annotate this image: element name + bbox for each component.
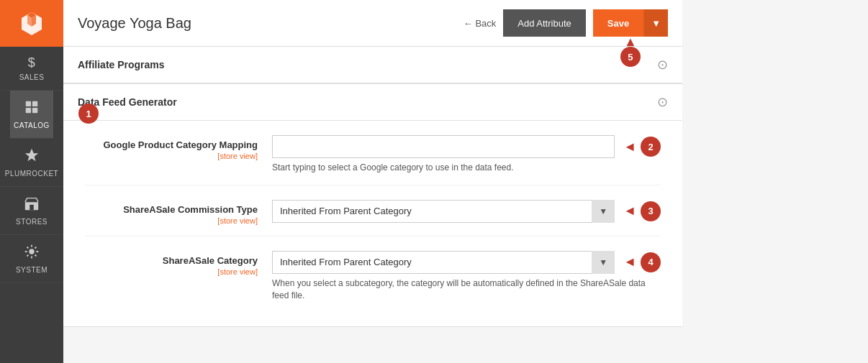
shareasale-commission-type-select[interactable]: Inherited From Parent Category <box>272 200 615 223</box>
shareasale-category-row: ShareASale Category [store view] Inherit… <box>85 251 661 313</box>
sidebar-item-plumrocket-label: PLUMROCKET <box>5 170 58 178</box>
svg-point-7 <box>29 249 34 254</box>
add-attribute-button[interactable]: Add Attribute <box>503 9 585 37</box>
google-product-category-hint: Start typing to select a Google category… <box>272 162 661 174</box>
arrow-4-icon: ◄ <box>623 254 636 270</box>
affiliate-programs-header[interactable]: Affiliate Programs ⊙ <box>63 47 682 83</box>
annotation-2: 2 <box>641 137 661 157</box>
annotation-2-group: ◄ 2 <box>623 137 661 157</box>
shareasale-category-label-group: ShareASale Category [store view] <box>85 251 272 276</box>
svg-rect-6 <box>30 205 34 210</box>
svg-marker-4 <box>25 149 38 161</box>
system-icon <box>24 244 40 263</box>
affiliate-programs-toggle[interactable]: ⊙ <box>657 57 668 73</box>
annotation-3: 3 <box>641 201 661 221</box>
content-area: Affiliate Programs ⊙ Data Feed Generator… <box>63 47 682 363</box>
google-product-category-control: ◄ 2 Start typing to select a Google cate… <box>272 135 661 174</box>
page-title: Voyage Yoga Bag <box>78 15 464 32</box>
google-product-category-row: Google Product Category Mapping [store v… <box>85 135 661 185</box>
sidebar-item-system-label: SYSTEM <box>16 266 48 274</box>
sidebar: $ SALES CATALOG 1 ◄ <box>0 0 63 363</box>
plumrocket-icon <box>24 147 40 167</box>
google-product-category-input[interactable] <box>272 135 615 158</box>
data-feed-generator-toggle[interactable]: ⊙ <box>657 94 668 110</box>
shareasale-commission-type-field-wrapper: Inherited From Parent Category ▼ ◄ 3 <box>272 200 661 223</box>
svg-rect-3 <box>32 108 37 113</box>
shareasale-category-control: Inherited From Parent Category ▼ ◄ 4 <box>272 251 661 302</box>
sidebar-item-catalog[interactable]: CATALOG <box>10 91 53 139</box>
save-dropdown-button[interactable]: ▼ <box>643 9 668 37</box>
shareasale-commission-type-select-wrapper: Inherited From Parent Category ▼ <box>272 200 615 223</box>
logo[interactable] <box>0 0 63 47</box>
save-button-group: Save ▼ 5 ▲ <box>593 9 668 37</box>
annotation-1: 1 <box>78 104 99 124</box>
svg-rect-0 <box>26 101 31 106</box>
shareasale-category-field-wrapper: Inherited From Parent Category ▼ ◄ 4 <box>272 251 661 274</box>
shareasale-category-select-wrapper: Inherited From Parent Category ▼ <box>272 251 615 274</box>
annotation-4: 4 <box>641 252 661 272</box>
sidebar-item-system[interactable]: SYSTEM <box>0 235 63 283</box>
google-product-category-sub-label: [store view] <box>85 152 258 160</box>
affiliate-programs-title: Affiliate Programs <box>78 59 165 70</box>
shareasale-commission-type-label: ShareASale Commission Type <box>85 204 258 215</box>
google-product-category-field-wrapper: ◄ 2 <box>272 135 661 158</box>
shareasale-category-hint: When you select a subcategory, the categ… <box>272 277 661 302</box>
header-actions: ← Back Add Attribute Save ▼ 5 ▲ <box>464 9 668 37</box>
main-content: Voyage Yoga Bag ← Back Add Attribute Sav… <box>63 0 682 363</box>
chevron-down-icon: ▼ <box>651 18 661 29</box>
google-product-category-label-group: Google Product Category Mapping [store v… <box>85 135 272 160</box>
shareasale-commission-type-label-group: ShareASale Commission Type [store view] <box>85 200 272 225</box>
sales-icon: $ <box>28 55 36 70</box>
annotation-4-group: ◄ 4 <box>623 252 661 272</box>
sidebar-item-stores[interactable]: STORES <box>0 187 63 235</box>
header: Voyage Yoga Bag ← Back Add Attribute Sav… <box>63 0 682 47</box>
arrow-2-icon: ◄ <box>623 139 636 155</box>
save-button[interactable]: Save <box>593 9 643 37</box>
sidebar-item-sales[interactable]: $ SALES <box>0 47 63 91</box>
data-feed-generator-section: Data Feed Generator ⊙ Google Product Cat… <box>63 84 682 327</box>
sidebar-item-stores-label: STORES <box>16 218 48 226</box>
shareasale-commission-type-sub-label: [store view] <box>85 216 258 225</box>
google-product-category-label: Google Product Category Mapping <box>85 139 258 150</box>
svg-rect-2 <box>26 108 31 113</box>
shareasale-category-label: ShareASale Category <box>85 255 258 266</box>
arrow-3-icon: ◄ <box>623 203 636 219</box>
shareasale-category-sub-label: [store view] <box>85 267 258 276</box>
annotation-3-group: ◄ 3 <box>623 201 661 221</box>
shareasale-category-select[interactable]: Inherited From Parent Category <box>272 251 615 274</box>
catalog-icon <box>24 99 40 119</box>
back-link[interactable]: ← Back <box>464 18 497 29</box>
data-feed-generator-header[interactable]: Data Feed Generator ⊙ <box>63 84 682 121</box>
svg-rect-1 <box>32 101 37 106</box>
sidebar-item-sales-label: SALES <box>19 73 45 81</box>
shareasale-commission-type-control: Inherited From Parent Category ▼ ◄ 3 <box>272 200 661 223</box>
data-feed-generator-body: Google Product Category Mapping [store v… <box>63 121 682 326</box>
sidebar-item-plumrocket[interactable]: PLUMROCKET <box>0 139 63 187</box>
shareasale-commission-type-row: ShareASale Commission Type [store view] … <box>85 200 661 236</box>
sidebar-item-catalog-label: CATALOG <box>14 121 50 129</box>
annotation-5: 5 <box>620 47 641 67</box>
stores-icon <box>24 196 40 215</box>
affiliate-programs-section: Affiliate Programs ⊙ <box>63 47 682 84</box>
